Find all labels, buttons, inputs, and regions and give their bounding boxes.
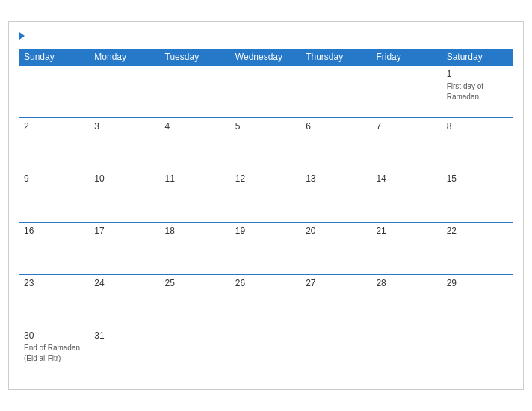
weekday-header-thursday: Thursday: [301, 49, 371, 66]
day-number: 9: [24, 173, 85, 184]
day-number: 5: [235, 121, 297, 132]
day-number: 23: [24, 278, 85, 288]
calendar-cell: 7: [371, 117, 442, 170]
calendar-cell: [371, 65, 442, 117]
logo: [19, 32, 26, 40]
day-number: 29: [447, 278, 508, 288]
calendar-cell: 13: [301, 170, 371, 222]
day-number: 8: [447, 121, 508, 132]
calendar-cell: 17: [90, 222, 160, 274]
calendar-cell: 1First day of Ramadan: [442, 65, 513, 117]
calendar-cell: 10: [90, 170, 160, 222]
day-number: 30: [24, 330, 85, 341]
logo-blue-text: [19, 32, 26, 40]
day-number: 2: [24, 121, 85, 132]
weekday-header-sunday: Sunday: [19, 49, 90, 66]
day-number: 28: [376, 278, 437, 288]
week-row: 16171819202122: [19, 222, 513, 274]
day-event: End of Ramadan (Eid al-Fitr): [24, 344, 80, 362]
calendar-cell: 14: [371, 170, 442, 222]
calendar-cell: 27: [301, 274, 371, 327]
week-row: 1First day of Ramadan: [19, 65, 513, 117]
calendar-cell: [90, 65, 160, 117]
calendar-cell: 18: [161, 222, 231, 274]
calendar-cell: 5: [231, 117, 301, 170]
calendar-cell: 26: [231, 274, 301, 327]
day-number: 15: [447, 173, 508, 184]
calendar-cell: 21: [371, 222, 442, 274]
day-number: 4: [165, 121, 226, 132]
calendar-cell: 8: [442, 117, 513, 170]
calendar-cell: [231, 327, 301, 379]
day-number: 18: [165, 226, 226, 236]
day-number: 14: [376, 173, 437, 184]
week-row: 23242526272829: [19, 274, 513, 327]
weekday-header-saturday: Saturday: [442, 49, 513, 66]
calendar-cell: 4: [161, 117, 231, 170]
day-event: First day of Ramadan: [447, 82, 483, 101]
calendar-cell: [231, 65, 301, 117]
day-number: 16: [24, 226, 85, 236]
calendar-cell: [301, 65, 371, 117]
day-number: 31: [94, 330, 155, 341]
calendar-cell: 22: [442, 222, 513, 274]
calendar-wrapper: SundayMondayTuesdayWednesdayThursdayFrid…: [8, 21, 524, 391]
day-number: 7: [376, 121, 437, 132]
day-number: 22: [447, 226, 508, 236]
calendar-cell: [442, 327, 513, 379]
calendar-cell: [19, 65, 90, 117]
day-number: 24: [94, 278, 155, 288]
calendar-cell: 24: [90, 274, 160, 327]
day-number: 19: [235, 226, 297, 236]
calendar-cell: [161, 327, 231, 379]
week-row: 9101112131415: [19, 170, 513, 222]
weekday-header-tuesday: Tuesday: [161, 49, 231, 66]
calendar-cell: 28: [371, 274, 442, 327]
calendar-cell: 9: [19, 170, 90, 222]
calendar-cell: 29: [442, 274, 513, 327]
calendar-cell: 30End of Ramadan (Eid al-Fitr): [19, 327, 90, 379]
calendar-cell: [161, 65, 231, 117]
calendar-cell: 11: [161, 170, 231, 222]
day-number: 20: [306, 226, 367, 236]
weekday-header-friday: Friday: [371, 49, 442, 66]
weekday-header-wednesday: Wednesday: [231, 49, 301, 66]
week-row: 30End of Ramadan (Eid al-Fitr)31: [19, 327, 513, 379]
calendar-cell: 31: [90, 327, 160, 379]
weekday-header-row: SundayMondayTuesdayWednesdayThursdayFrid…: [19, 49, 513, 66]
day-number: 6: [306, 121, 367, 132]
calendar-table: SundayMondayTuesdayWednesdayThursdayFrid…: [19, 49, 513, 380]
calendar-cell: [301, 327, 371, 379]
day-number: 13: [306, 173, 367, 184]
day-number: 1: [447, 69, 508, 79]
day-number: 3: [94, 121, 155, 132]
day-number: 27: [306, 278, 367, 288]
calendar-cell: 6: [301, 117, 371, 170]
day-number: 11: [165, 173, 226, 184]
day-number: 21: [376, 226, 437, 236]
day-number: 26: [235, 278, 297, 288]
calendar-cell: 2: [19, 117, 90, 170]
day-number: 25: [165, 278, 226, 288]
day-number: 10: [94, 173, 155, 184]
calendar-cell: 20: [301, 222, 371, 274]
calendar-cell: 16: [19, 222, 90, 274]
calendar-cell: 15: [442, 170, 513, 222]
logo-triangle-icon: [19, 32, 25, 40]
calendar-header: [19, 29, 513, 43]
weekday-header-monday: Monday: [90, 49, 160, 66]
calendar-cell: 23: [19, 274, 90, 327]
day-number: 12: [235, 173, 297, 184]
week-row: 2345678: [19, 117, 513, 170]
calendar-cell: 12: [231, 170, 301, 222]
calendar-cell: 25: [161, 274, 231, 327]
calendar-cell: 3: [90, 117, 160, 170]
calendar-cell: [371, 327, 442, 379]
day-number: 17: [94, 226, 155, 236]
calendar-cell: 19: [231, 222, 301, 274]
